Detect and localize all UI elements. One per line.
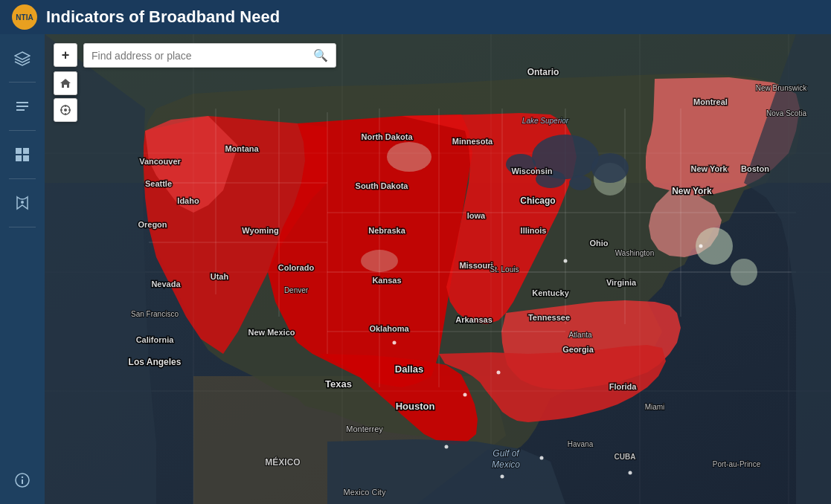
svg-text:Monterrey: Monterrey — [346, 424, 383, 433]
search-input[interactable] — [92, 50, 313, 62]
svg-point-50 — [699, 245, 703, 248]
svg-text:South Dakota: South Dakota — [356, 181, 409, 190]
sidebar-item-legend[interactable] — [7, 91, 37, 121]
svg-text:North Dakota: North Dakota — [361, 132, 413, 141]
svg-text:CUBA: CUBA — [615, 453, 636, 461]
sidebar-item-info[interactable] — [7, 465, 37, 495]
svg-text:Texas: Texas — [325, 378, 352, 390]
svg-text:Nova Scotia: Nova Scotia — [766, 109, 806, 117]
sidebar-divider-4 — [9, 227, 36, 227]
svg-text:Tennessee: Tennessee — [528, 313, 570, 322]
location-button[interactable] — [54, 98, 77, 122]
map-svg: Ontario Ontario Vancouver Seattle Oregon… — [45, 34, 831, 504]
svg-text:Havana: Havana — [568, 440, 594, 448]
svg-text:Montana: Montana — [225, 144, 259, 153]
zoom-in-button[interactable]: + — [54, 43, 77, 67]
svg-text:Wisconsin: Wisconsin — [512, 167, 553, 175]
ntia-logo: NTIA — [12, 4, 37, 30]
sidebar-divider-2 — [9, 130, 36, 131]
search-icon[interactable]: 🔍 — [313, 48, 328, 62]
svg-text:St. Louis: St. Louis — [490, 265, 519, 274]
svg-point-46 — [569, 175, 591, 190]
svg-point-13 — [22, 476, 23, 478]
sidebar-item-layers[interactable] — [7, 43, 37, 73]
svg-text:Colorado: Colorado — [278, 263, 315, 272]
svg-text:Missouri: Missouri — [459, 261, 492, 270]
main-content: Ontario Ontario Vancouver Seattle Oregon… — [0, 34, 831, 504]
map-container[interactable]: Ontario Ontario Vancouver Seattle Oregon… — [45, 34, 831, 504]
home-button[interactable] — [54, 71, 77, 95]
svg-point-115 — [64, 109, 67, 112]
svg-text:New York: New York — [672, 186, 712, 196]
svg-text:Seattle: Seattle — [145, 179, 172, 188]
svg-text:Boston: Boston — [741, 164, 769, 173]
svg-point-51 — [497, 371, 501, 375]
svg-text:Dallas: Dallas — [395, 364, 423, 375]
legend-icon — [14, 98, 31, 114]
svg-text:Chicago: Chicago — [520, 196, 555, 206]
svg-rect-4 — [16, 148, 22, 155]
svg-text:New Mexico: New Mexico — [248, 328, 295, 337]
svg-rect-5 — [23, 148, 29, 155]
svg-text:Arkansas: Arkansas — [455, 315, 492, 324]
info-icon — [14, 472, 31, 488]
basemap-icon — [14, 146, 31, 163]
svg-text:Wyoming: Wyoming — [242, 226, 278, 235]
svg-point-49 — [564, 259, 568, 263]
svg-text:New Brunswick: New Brunswick — [756, 84, 807, 92]
svg-rect-6 — [16, 155, 22, 161]
app-title: Indicators of Broadband Need — [46, 7, 280, 27]
svg-text:Illinois: Illinois — [521, 226, 547, 235]
layers-icon — [14, 50, 31, 66]
svg-text:Houston: Houston — [396, 401, 435, 412]
sidebar-item-basemap[interactable] — [7, 140, 37, 169]
home-icon — [60, 77, 71, 89]
sidebar — [0, 34, 45, 504]
svg-point-18 — [387, 142, 431, 172]
svg-text:Lake Superior: Lake Superior — [522, 117, 569, 125]
svg-text:Virginia: Virginia — [606, 278, 637, 287]
svg-point-52 — [463, 393, 467, 397]
svg-point-10 — [21, 201, 24, 204]
svg-text:Mexico: Mexico — [492, 459, 520, 470]
search-box: 🔍 — [83, 43, 336, 68]
svg-point-53 — [393, 341, 397, 345]
svg-text:Denver: Denver — [284, 286, 309, 294]
sidebar-divider-1 — [9, 82, 36, 83]
svg-text:Iowa: Iowa — [467, 211, 486, 220]
svg-text:California: California — [136, 335, 175, 344]
svg-text:Georgia: Georgia — [562, 345, 594, 354]
app-header: NTIA Indicators of Broadband Need — [0, 0, 831, 34]
svg-marker-0 — [15, 52, 30, 59]
sidebar-divider-3 — [9, 178, 36, 179]
svg-text:Atlanta: Atlanta — [568, 331, 592, 339]
svg-text:Florida: Florida — [609, 382, 638, 391]
svg-rect-7 — [23, 155, 29, 161]
svg-text:Utah: Utah — [211, 272, 229, 281]
svg-text:Kansas: Kansas — [372, 276, 401, 285]
svg-text:Washington: Washington — [615, 249, 654, 257]
svg-text:Vancouver: Vancouver — [139, 157, 181, 166]
svg-text:Nevada: Nevada — [151, 280, 181, 288]
svg-text:Minnesota: Minnesota — [452, 137, 493, 146]
svg-text:Gulf of: Gulf of — [492, 448, 520, 459]
svg-text:Port-au-Prince: Port-au-Prince — [713, 460, 761, 468]
svg-point-45 — [591, 153, 629, 183]
svg-text:Oklahoma: Oklahoma — [369, 324, 409, 333]
svg-text:Oregon: Oregon — [138, 220, 167, 229]
svg-text:MÉXICO: MÉXICO — [265, 456, 300, 468]
svg-text:Miami: Miami — [645, 403, 665, 411]
svg-point-55 — [629, 471, 632, 475]
svg-text:Kentucky: Kentucky — [532, 288, 569, 297]
search-container: 🔍 — [83, 43, 336, 68]
svg-text:Nebraska: Nebraska — [368, 226, 405, 235]
svg-text:San Francisco: San Francisco — [131, 310, 179, 318]
svg-text:Mexico City: Mexico City — [344, 488, 386, 497]
svg-text:Ontario: Ontario — [527, 67, 559, 77]
bookmarks-icon — [14, 195, 31, 211]
svg-text:New York: New York — [690, 164, 728, 173]
svg-text:Montreal: Montreal — [693, 97, 728, 106]
svg-point-56 — [540, 456, 544, 460]
nav-controls — [54, 71, 77, 122]
sidebar-item-bookmarks[interactable] — [7, 188, 37, 218]
